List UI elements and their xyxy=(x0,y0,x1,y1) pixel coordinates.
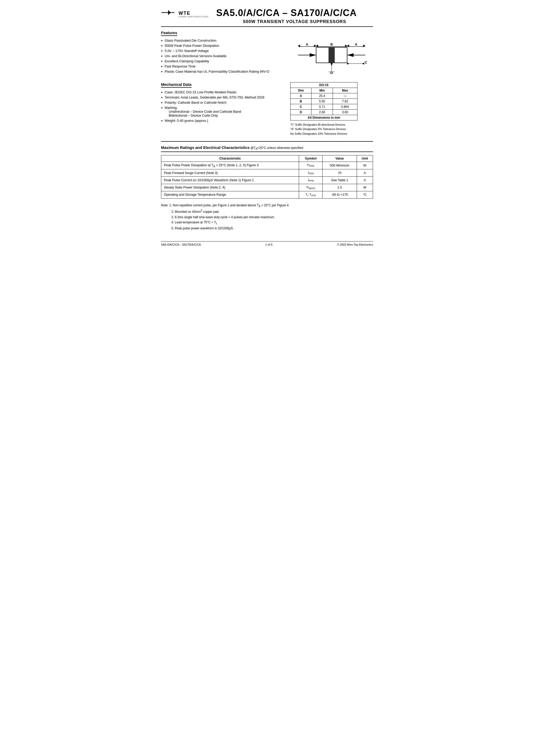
feature-item-6: Fast Response Time xyxy=(161,65,285,68)
footer-center: 1 of 5 xyxy=(265,243,273,246)
page-footer: SA5.0/A/C/CA – SA170/A/C/CA 1 of 5 © 200… xyxy=(161,241,373,246)
svg-marker-17 xyxy=(298,45,300,47)
svg-text:A: A xyxy=(306,42,308,46)
col-value: Value xyxy=(323,155,357,162)
header-divider xyxy=(161,26,373,27)
suffix-notes: "C" Suffix Designates Bi-directional Dev… xyxy=(290,122,373,136)
svg-text:D: D xyxy=(330,71,333,75)
ratings-row-1: Peak Pulse Power Dissipation at TA = 25°… xyxy=(161,162,373,169)
svg-marker-26 xyxy=(362,63,364,65)
do15-col-dim: Dim xyxy=(290,88,311,93)
suffix-note-2: "A" Suffix Designates 5% Tolerance Devic… xyxy=(290,127,373,132)
feature-item-3: 5.0V – 170V Standoff Voltage xyxy=(161,49,285,53)
note-4: 4. Lead temperature at 75°C = TL xyxy=(172,221,217,224)
svg-marker-18 xyxy=(314,45,316,47)
footer-left: SA5.0/A/C/CA – SA170/A/C/CA xyxy=(161,243,201,246)
svg-text:B: B xyxy=(330,42,333,46)
svg-marker-19 xyxy=(316,45,318,47)
note-3: 3. 8.3ms single half sine-wave duty cycl… xyxy=(172,215,275,219)
ratings-row-5: Operating and Storage Temperature Range … xyxy=(161,191,373,198)
footer-right: © 2002 Won-Top Electronics xyxy=(337,243,373,246)
svg-rect-10 xyxy=(329,47,335,63)
mech-item-5: Weight: 0.40 grams (approx.) xyxy=(161,119,285,122)
sub-title: 500W TRANSIENT VOLTAGE SUPPRESSORS xyxy=(216,19,373,24)
ratings-row-4: Steady State Power Dissipation (Note 2, … xyxy=(161,184,373,191)
do15-title: DO-15 xyxy=(290,82,358,88)
features-right: A B A C D xyxy=(290,31,373,77)
notes-label: Note: xyxy=(161,203,169,207)
do15-row-a: A 25.4 — xyxy=(290,93,358,98)
svg-marker-25 xyxy=(347,63,349,65)
features-section: Features Glass Passivated Die Constructi… xyxy=(161,31,373,77)
svg-marker-8 xyxy=(347,53,354,57)
feature-item-7: Plastic Case Material has UL Flammabilit… xyxy=(161,69,285,73)
features-title: Features xyxy=(161,31,177,36)
mech-item-1: Case: JEDEC DO-15 Low Profile Molded Pla… xyxy=(161,90,285,94)
notes-section: Note: 1. Non-repetitive current pulse, p… xyxy=(161,203,373,231)
note-2: 2. Mounted on 40mm2 copper pad. xyxy=(172,210,220,214)
mechanical-section: Mechanical Data Case: JEDEC DO-15 Low Pr… xyxy=(161,82,373,136)
do15-col-max: Max xyxy=(333,88,357,93)
mechanical-left: Mechanical Data Case: JEDEC DO-15 Low Pr… xyxy=(161,82,285,136)
do15-row-c: C 0.71 0.864 xyxy=(290,104,358,109)
col-unit: Unit xyxy=(357,155,373,162)
do15-col-min: Min xyxy=(311,88,333,93)
svg-text:A: A xyxy=(355,42,358,46)
feature-item-2: 500W Peak Pulse Power Dissipation xyxy=(161,44,285,47)
do15-footer: All Dimensions in mm xyxy=(290,115,358,120)
ratings-row-3: Peak Pulse Current on 10/1000μS Waveform… xyxy=(161,176,373,184)
max-ratings-header: Maximum Ratings and Electrical Character… xyxy=(161,145,373,152)
logo-subtext: POWER SEMICONDUCTORS xyxy=(178,16,209,17)
logo-text-block: WTE POWER SEMICONDUCTORS xyxy=(178,11,209,18)
ratings-table: Characteristic Symbol Value Unit Peak Pu… xyxy=(161,155,373,199)
max-ratings-condition: @TA=25°C unless otherwise specified xyxy=(251,146,303,150)
title-area: SA5.0/A/C/CA – SA170/A/C/CA 500W TRANSIE… xyxy=(216,8,373,24)
mechanical-list: Case: JEDEC DO-15 Low Profile Molded Pla… xyxy=(161,90,285,122)
wte-logo-icon xyxy=(161,8,176,21)
page-header: WTE POWER SEMICONDUCTORS SA5.0/A/C/CA – … xyxy=(161,8,373,24)
do15-row-d: D 2.60 3.60 xyxy=(290,109,358,115)
svg-marker-30 xyxy=(331,63,333,66)
note-5: 5. Peak pulse power waveform is 10/1000μ… xyxy=(172,227,234,230)
mech-item-3: Polarity: Cathode Band or Cathode Notch xyxy=(161,100,285,104)
mechanical-title: Mechanical Data xyxy=(161,82,192,88)
logo-area: WTE POWER SEMICONDUCTORS xyxy=(161,8,209,21)
svg-text:C: C xyxy=(365,61,367,65)
max-ratings-title: Maximum Ratings and Electrical Character… xyxy=(161,145,250,150)
ratings-row-2: Peak Forward Surge Current (Note 3) IFSM… xyxy=(161,169,373,176)
svg-marker-6 xyxy=(310,53,316,57)
do15-table: DO-15 Dim Min Max A 25.4 — B 5.50 7.62 C… xyxy=(290,82,358,121)
ratings-header-row: Characteristic Symbol Value Unit xyxy=(161,155,373,162)
diode-diagram: A B A C D xyxy=(295,36,368,77)
mech-item-2: Terminals: Axial Leads, Solderable per M… xyxy=(161,95,285,99)
svg-marker-20 xyxy=(345,45,347,47)
feature-item-1: Glass Passivated Die Construction xyxy=(161,39,285,42)
suffix-note-3: No Suffix Designates 10% Tolerance Devic… xyxy=(290,132,373,136)
suffix-note-1: "C" Suffix Designates Bi-directional Dev… xyxy=(290,122,373,127)
features-list: Glass Passivated Die Construction 500W P… xyxy=(161,39,285,73)
ratings-divider xyxy=(161,141,373,142)
features-left: Features Glass Passivated Die Constructi… xyxy=(161,31,285,77)
mechanical-right: DO-15 Dim Min Max A 25.4 — B 5.50 7.62 C… xyxy=(290,82,373,136)
do15-row-b: B 5.50 7.62 xyxy=(290,98,358,104)
feature-item-5: Excellent Clamping Capability xyxy=(161,59,285,63)
mech-item-4: Marking: Unidirectional – Device Code an… xyxy=(161,106,285,117)
svg-marker-1 xyxy=(169,11,172,14)
svg-rect-3 xyxy=(168,10,169,15)
main-title: SA5.0/A/C/CA – SA170/A/C/CA xyxy=(216,8,373,18)
feature-item-4: Uni- and Bi-Directional Versions Availab… xyxy=(161,54,285,58)
svg-marker-21 xyxy=(347,45,349,47)
logo-brand: WTE xyxy=(178,11,209,16)
col-characteristic: Characteristic xyxy=(161,155,299,162)
col-symbol: Symbol xyxy=(299,155,323,162)
svg-marker-22 xyxy=(363,45,365,47)
